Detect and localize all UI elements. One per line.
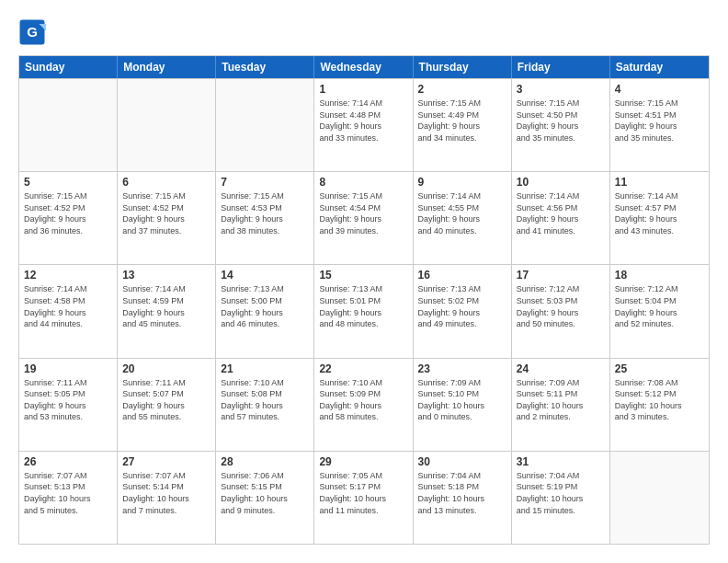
day-number: 31	[517, 455, 605, 468]
calendar-cell: 3Sunrise: 7:15 AM Sunset: 4:50 PM Daylig…	[512, 79, 610, 171]
day-info: Sunrise: 7:15 AM Sunset: 4:50 PM Dayligh…	[517, 98, 605, 144]
day-number: 20	[122, 362, 210, 375]
day-number: 9	[418, 176, 506, 189]
day-info: Sunrise: 7:13 AM Sunset: 5:00 PM Dayligh…	[221, 283, 309, 329]
weekday-header: Wednesday	[314, 56, 413, 78]
calendar-row: 5Sunrise: 7:15 AM Sunset: 4:52 PM Daylig…	[19, 171, 709, 264]
day-number: 12	[24, 269, 112, 282]
day-info: Sunrise: 7:13 AM Sunset: 5:02 PM Dayligh…	[418, 283, 506, 329]
calendar-row: 26Sunrise: 7:07 AM Sunset: 5:13 PM Dayli…	[19, 451, 709, 544]
day-info: Sunrise: 7:12 AM Sunset: 5:04 PM Dayligh…	[615, 283, 704, 329]
calendar-cell: 26Sunrise: 7:07 AM Sunset: 5:13 PM Dayli…	[19, 452, 118, 544]
day-number: 21	[221, 362, 309, 375]
day-number: 3	[517, 83, 605, 96]
day-number: 14	[221, 269, 309, 282]
day-number: 16	[418, 269, 506, 282]
calendar-cell: 29Sunrise: 7:05 AM Sunset: 5:17 PM Dayli…	[314, 452, 413, 544]
day-info: Sunrise: 7:14 AM Sunset: 4:59 PM Dayligh…	[122, 283, 210, 329]
day-info: Sunrise: 7:12 AM Sunset: 5:03 PM Dayligh…	[517, 283, 605, 329]
calendar-cell: 9Sunrise: 7:14 AM Sunset: 4:55 PM Daylig…	[414, 172, 512, 264]
calendar-cell: 4Sunrise: 7:15 AM Sunset: 4:51 PM Daylig…	[610, 79, 709, 171]
day-number: 11	[615, 176, 704, 189]
calendar: SundayMondayTuesdayWednesdayThursdayFrid…	[18, 55, 710, 545]
day-info: Sunrise: 7:15 AM Sunset: 4:54 PM Dayligh…	[319, 190, 407, 236]
day-info: Sunrise: 7:14 AM Sunset: 4:48 PM Dayligh…	[319, 98, 407, 144]
calendar-cell	[19, 79, 118, 171]
day-info: Sunrise: 7:15 AM Sunset: 4:52 PM Dayligh…	[24, 190, 112, 236]
day-number: 29	[319, 455, 407, 468]
day-info: Sunrise: 7:10 AM Sunset: 5:08 PM Dayligh…	[221, 377, 309, 423]
weekday-header: Sunday	[19, 56, 118, 78]
calendar-cell: 19Sunrise: 7:11 AM Sunset: 5:05 PM Dayli…	[19, 359, 118, 451]
day-number: 22	[319, 362, 407, 375]
day-info: Sunrise: 7:11 AM Sunset: 5:05 PM Dayligh…	[24, 377, 112, 423]
calendar-cell: 15Sunrise: 7:13 AM Sunset: 5:01 PM Dayli…	[314, 265, 413, 357]
calendar-cell: 6Sunrise: 7:15 AM Sunset: 4:52 PM Daylig…	[118, 172, 216, 264]
day-info: Sunrise: 7:06 AM Sunset: 5:15 PM Dayligh…	[221, 470, 309, 516]
calendar-cell: 7Sunrise: 7:15 AM Sunset: 4:53 PM Daylig…	[216, 172, 314, 264]
day-info: Sunrise: 7:15 AM Sunset: 4:49 PM Dayligh…	[418, 98, 506, 144]
weekday-header: Monday	[118, 56, 216, 78]
day-info: Sunrise: 7:14 AM Sunset: 4:58 PM Dayligh…	[24, 283, 112, 329]
calendar-cell: 25Sunrise: 7:08 AM Sunset: 5:12 PM Dayli…	[610, 359, 709, 451]
svg-text:G: G	[27, 24, 38, 40]
day-info: Sunrise: 7:15 AM Sunset: 4:53 PM Dayligh…	[221, 190, 309, 236]
day-info: Sunrise: 7:09 AM Sunset: 5:10 PM Dayligh…	[418, 377, 506, 423]
day-info: Sunrise: 7:15 AM Sunset: 4:52 PM Dayligh…	[122, 190, 210, 236]
day-number: 1	[319, 83, 407, 96]
day-info: Sunrise: 7:15 AM Sunset: 4:51 PM Dayligh…	[615, 98, 704, 144]
calendar-cell: 28Sunrise: 7:06 AM Sunset: 5:15 PM Dayli…	[216, 452, 314, 544]
day-number: 24	[517, 362, 605, 375]
day-number: 30	[418, 455, 506, 468]
day-info: Sunrise: 7:10 AM Sunset: 5:09 PM Dayligh…	[319, 377, 407, 423]
calendar-cell: 13Sunrise: 7:14 AM Sunset: 4:59 PM Dayli…	[118, 265, 216, 357]
day-number: 28	[221, 455, 309, 468]
calendar-cell	[216, 79, 314, 171]
day-number: 13	[122, 269, 210, 282]
calendar-header: SundayMondayTuesdayWednesdayThursdayFrid…	[19, 56, 709, 78]
day-number: 15	[319, 269, 407, 282]
calendar-cell: 11Sunrise: 7:14 AM Sunset: 4:57 PM Dayli…	[610, 172, 709, 264]
calendar-row: 19Sunrise: 7:11 AM Sunset: 5:05 PM Dayli…	[19, 358, 709, 451]
day-info: Sunrise: 7:11 AM Sunset: 5:07 PM Dayligh…	[122, 377, 210, 423]
day-number: 23	[418, 362, 506, 375]
weekday-header: Saturday	[610, 56, 709, 78]
calendar-cell: 2Sunrise: 7:15 AM Sunset: 4:49 PM Daylig…	[414, 79, 512, 171]
calendar-cell: 24Sunrise: 7:09 AM Sunset: 5:11 PM Dayli…	[512, 359, 610, 451]
calendar-cell: 27Sunrise: 7:07 AM Sunset: 5:14 PM Dayli…	[118, 452, 216, 544]
logo-icon: G	[18, 18, 46, 46]
day-number: 4	[615, 83, 704, 96]
day-number: 8	[319, 176, 407, 189]
day-info: Sunrise: 7:14 AM Sunset: 4:55 PM Dayligh…	[418, 190, 506, 236]
day-info: Sunrise: 7:08 AM Sunset: 5:12 PM Dayligh…	[615, 377, 704, 423]
day-number: 19	[24, 362, 112, 375]
calendar-cell: 18Sunrise: 7:12 AM Sunset: 5:04 PM Dayli…	[610, 265, 709, 357]
calendar-cell	[118, 79, 216, 171]
weekday-header: Thursday	[414, 56, 512, 78]
calendar-cell: 22Sunrise: 7:10 AM Sunset: 5:09 PM Dayli…	[314, 359, 413, 451]
day-number: 6	[122, 176, 210, 189]
day-number: 18	[615, 269, 704, 282]
page: G SundayMondayTuesdayWednesdayThursdayFr…	[0, 0, 728, 563]
calendar-cell: 1Sunrise: 7:14 AM Sunset: 4:48 PM Daylig…	[314, 79, 413, 171]
day-info: Sunrise: 7:14 AM Sunset: 4:56 PM Dayligh…	[517, 190, 605, 236]
calendar-cell: 17Sunrise: 7:12 AM Sunset: 5:03 PM Dayli…	[512, 265, 610, 357]
calendar-cell: 5Sunrise: 7:15 AM Sunset: 4:52 PM Daylig…	[19, 172, 118, 264]
calendar-cell: 30Sunrise: 7:04 AM Sunset: 5:18 PM Dayli…	[414, 452, 512, 544]
calendar-cell: 23Sunrise: 7:09 AM Sunset: 5:10 PM Dayli…	[414, 359, 512, 451]
calendar-cell	[610, 452, 709, 544]
calendar-cell: 14Sunrise: 7:13 AM Sunset: 5:00 PM Dayli…	[216, 265, 314, 357]
day-number: 27	[122, 455, 210, 468]
calendar-cell: 20Sunrise: 7:11 AM Sunset: 5:07 PM Dayli…	[118, 359, 216, 451]
weekday-header: Friday	[512, 56, 610, 78]
weekday-header: Tuesday	[216, 56, 314, 78]
day-info: Sunrise: 7:07 AM Sunset: 5:14 PM Dayligh…	[122, 470, 210, 516]
day-info: Sunrise: 7:04 AM Sunset: 5:19 PM Dayligh…	[517, 470, 605, 516]
day-number: 7	[221, 176, 309, 189]
calendar-body: 1Sunrise: 7:14 AM Sunset: 4:48 PM Daylig…	[19, 78, 709, 544]
header: G	[18, 18, 710, 46]
day-info: Sunrise: 7:07 AM Sunset: 5:13 PM Dayligh…	[24, 470, 112, 516]
day-number: 2	[418, 83, 506, 96]
day-number: 26	[24, 455, 112, 468]
day-number: 5	[24, 176, 112, 189]
